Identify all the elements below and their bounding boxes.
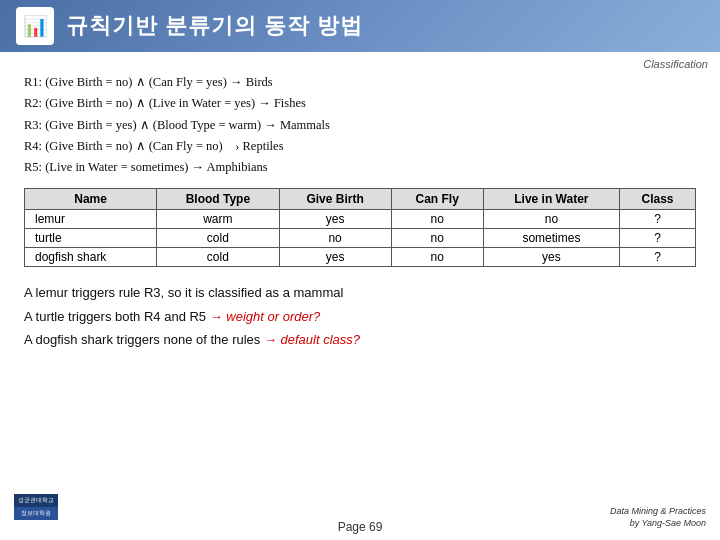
page-number: Page 69 (338, 520, 383, 534)
data-table: Name Blood Type Give Birth Can Fly Live … (24, 188, 696, 267)
cell-fly-1: no (391, 210, 483, 229)
notes-section: A lemur triggers rule R3, so it is class… (24, 281, 696, 351)
note-2: A turtle triggers both R4 and R5 → weigh… (24, 305, 696, 328)
footer: 성균관대학교 정보대학원 Page 69 Data Mining & Pract… (0, 520, 720, 534)
col-header-blood: Blood Type (157, 189, 279, 210)
cell-birth-1: yes (279, 210, 391, 229)
rule-4: R4: (Give Birth = no) ∧ (Can Fly = no) ›… (24, 136, 696, 157)
col-header-class: Class (620, 189, 696, 210)
cell-water-1: no (483, 210, 619, 229)
credit-line2: by Yang-Sae Moon (630, 518, 706, 528)
rule-2: R2: (Give Birth = no) ∧ (Live in Water =… (24, 93, 696, 114)
cell-water-3: yes (483, 248, 619, 267)
col-header-water: Live in Water (483, 189, 619, 210)
header-title: 규칙기반 분류기의 동작 방법 (66, 11, 363, 41)
cell-fly-3: no (391, 248, 483, 267)
cell-class-3: ? (620, 248, 696, 267)
main-content: R1: (Give Birth = no) ∧ (Can Fly = yes) … (0, 52, 720, 359)
rules-section: R1: (Give Birth = no) ∧ (Can Fly = yes) … (24, 72, 696, 178)
cell-blood-3: cold (157, 248, 279, 267)
university-logo: 성균관대학교 정보대학원 (14, 494, 58, 530)
rule-3: R3: (Give Birth = yes) ∧ (Blood Type = w… (24, 115, 696, 136)
header-icon: 📊 (16, 7, 54, 45)
cell-name-3: dogfish shark (25, 248, 157, 267)
table-row: dogfish shark cold yes no yes ? (25, 248, 696, 267)
cell-class-2: ? (620, 229, 696, 248)
cell-water-2: sometimes (483, 229, 619, 248)
header: 📊 규칙기반 분류기의 동작 방법 (0, 0, 720, 52)
table-row: turtle cold no no sometimes ? (25, 229, 696, 248)
note-1: A lemur triggers rule R3, so it is class… (24, 281, 696, 304)
col-header-fly: Can Fly (391, 189, 483, 210)
cell-blood-1: warm (157, 210, 279, 229)
cell-birth-3: yes (279, 248, 391, 267)
rule-1: R1: (Give Birth = no) ∧ (Can Fly = yes) … (24, 72, 696, 93)
note-3: A dogfish shark triggers none of the rul… (24, 328, 696, 351)
cell-blood-2: cold (157, 229, 279, 248)
logo-top: 성균관대학교 (14, 494, 58, 507)
cell-name-2: turtle (25, 229, 157, 248)
cell-name-1: lemur (25, 210, 157, 229)
cell-birth-2: no (279, 229, 391, 248)
logo-bottom: 정보대학원 (14, 507, 58, 520)
credit-line1: Data Mining & Practices (610, 506, 706, 516)
cell-class-1: ? (620, 210, 696, 229)
col-header-name: Name (25, 189, 157, 210)
footer-credit: Data Mining & Practices by Yang-Sae Moon (610, 505, 706, 530)
col-header-birth: Give Birth (279, 189, 391, 210)
rule-5: R5: (Live in Water = sometimes) → Amphib… (24, 157, 696, 178)
classification-label: Classification (643, 58, 708, 70)
cell-fly-2: no (391, 229, 483, 248)
table-row: lemur warm yes no no ? (25, 210, 696, 229)
